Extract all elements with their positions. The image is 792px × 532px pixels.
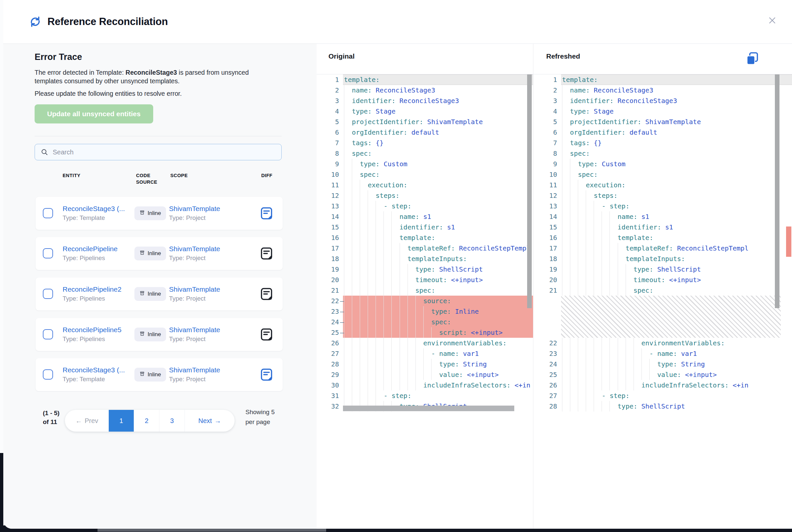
code-source-label: Inline — [148, 210, 161, 216]
line-number: 14 — [317, 211, 343, 222]
indent-guides — [562, 190, 594, 201]
scope-link[interactable]: ShivamTemplate — [169, 366, 248, 374]
column-header-code-source: CODE SOURCE — [136, 172, 166, 185]
prev-page-button[interactable]: ← Prev — [65, 410, 109, 432]
code-line-text: template: — [343, 74, 533, 85]
line-number: 5 — [533, 116, 561, 127]
indent-guides — [562, 180, 586, 190]
code-line: 2name:ReconcileStage3 — [317, 85, 533, 95]
code-line-text: execution: — [561, 180, 792, 190]
copy-icon[interactable] — [745, 51, 760, 66]
row-checkbox[interactable] — [43, 208, 53, 218]
scope-link[interactable]: ShivamTemplate — [169, 285, 248, 293]
yaml-key: spec: — [633, 285, 653, 296]
code-line: 11execution: — [317, 180, 533, 190]
scope-link[interactable]: ShivamTemplate — [169, 326, 248, 334]
code-line: 8spec: — [317, 148, 533, 159]
page-horizontal-scrollbar[interactable] — [97, 529, 326, 532]
code-line: 1template: — [533, 74, 792, 85]
indent-guides — [344, 380, 423, 391]
indent-guides — [562, 106, 570, 116]
indent-guides — [344, 391, 384, 401]
line-number: 8 — [533, 148, 561, 159]
code-line-text: - name:var1 — [343, 348, 533, 359]
table-row[interactable]: ReconcileStage3 (...Type: TemplateInline… — [36, 358, 283, 391]
inline-source-icon — [140, 250, 145, 257]
entity-link[interactable]: ReconcilePipeline — [62, 245, 135, 253]
line-number: 21 — [317, 285, 343, 296]
code-line-text: projectIdentifier:ShivamTemplate — [343, 116, 533, 127]
code-line: 17templateRef:ReconcileStepTempl — [317, 243, 533, 253]
original-horizontal-scrollbar[interactable] — [343, 405, 514, 411]
diff-document-icon[interactable] — [260, 247, 273, 260]
row-checkbox[interactable] — [43, 369, 53, 380]
yaml-key: execution: — [368, 180, 407, 190]
diff-document-icon[interactable] — [260, 207, 273, 220]
line-number: 13 — [317, 201, 343, 211]
yaml-key: templateInputs: — [626, 253, 685, 264]
code-line-text: environmentVariables: — [561, 338, 792, 348]
diff-document-icon[interactable] — [260, 287, 273, 301]
yaml-value: String — [681, 359, 705, 369]
line-number: 28 — [533, 401, 561, 412]
diff-document-icon[interactable] — [260, 368, 273, 381]
refreshed-vertical-scrollbar[interactable] — [775, 74, 779, 308]
indent-guides — [562, 369, 657, 380]
yaml-key: - step: — [384, 201, 411, 211]
line-number: 10 — [533, 169, 561, 180]
row-checkbox[interactable] — [43, 329, 53, 339]
close-icon[interactable] — [766, 15, 778, 26]
code-line-text: spec: — [343, 148, 533, 159]
next-page-button[interactable]: Next → — [184, 410, 235, 432]
page-button-3[interactable]: 3 — [159, 410, 184, 432]
code-line-text: name:ReconcileStage3 — [561, 85, 792, 95]
code-source-badge: Inline — [134, 368, 166, 382]
code-line: 16template: — [533, 232, 792, 243]
refreshed-code-editor[interactable]: 1template:2name:ReconcileStage33identifi… — [533, 74, 792, 412]
indent-guides — [344, 232, 400, 243]
row-checkbox[interactable] — [43, 248, 53, 259]
inline-source-icon — [140, 210, 145, 217]
search-input[interactable] — [52, 148, 281, 156]
update-all-unsynced-entities-button[interactable]: Update all unsynced entities — [35, 104, 153, 124]
original-panel-title: Original — [329, 52, 354, 60]
entity-link[interactable]: ReconcilePipeline2 — [62, 285, 135, 293]
code-line: 4type:Stage — [317, 106, 533, 116]
entity-link[interactable]: ReconcilePipeline5 — [62, 326, 135, 334]
table-row[interactable]: ReconcilePipelineType: PipelinesInlineSh… — [36, 237, 283, 270]
yaml-value: default — [411, 127, 439, 138]
yaml-key: type: — [360, 159, 380, 169]
row-checkbox[interactable] — [43, 289, 53, 299]
diff-document-icon[interactable] — [260, 328, 273, 341]
yaml-value: <+in — [515, 380, 530, 391]
yaml-key: steps: — [594, 190, 618, 201]
indent-guides — [562, 391, 602, 401]
line-number: 19 — [533, 264, 561, 274]
code-line: 24type:String — [533, 359, 792, 369]
yaml-value: <+in — [733, 380, 749, 391]
yaml-value: s1 — [423, 211, 431, 222]
code-line-text: type:String — [561, 359, 792, 369]
table-row[interactable]: ReconcilePipeline5Type: PipelinesInlineS… — [36, 318, 283, 351]
original-code-editor[interactable]: 1template:2name:ReconcileStage33identifi… — [317, 74, 533, 412]
table-row[interactable]: ReconcilePipeline2Type: PipelinesInlineS… — [36, 278, 283, 310]
page-button-2[interactable]: 2 — [134, 410, 159, 432]
page-button-1[interactable]: 1 — [109, 410, 134, 432]
code-line-text: spec: — [343, 169, 533, 180]
yaml-key: template: — [618, 232, 653, 243]
indent-guides — [344, 180, 368, 190]
line-number: 10 — [317, 169, 343, 180]
yaml-key: includeInfraSelectors: — [423, 380, 511, 391]
scope-link[interactable]: ShivamTemplate — [169, 205, 248, 213]
original-vertical-scrollbar[interactable] — [527, 74, 532, 308]
code-line: 7tags:{} — [317, 138, 533, 148]
entity-link[interactable]: ReconcileStage3 (... — [62, 205, 135, 213]
yaml-value: <+input> — [669, 274, 701, 285]
entity-link[interactable]: ReconcileStage3 (... — [62, 366, 135, 374]
code-source-label: Inline — [148, 250, 161, 257]
table-row[interactable]: ReconcileStage3 (...Type: TemplateInline… — [36, 197, 283, 230]
scope-cell: ShivamTemplateType: Project — [169, 285, 248, 302]
entity-type-text: Type: Template — [62, 214, 135, 222]
code-line-text: - step: — [343, 201, 533, 211]
scope-link[interactable]: ShivamTemplate — [169, 245, 248, 253]
